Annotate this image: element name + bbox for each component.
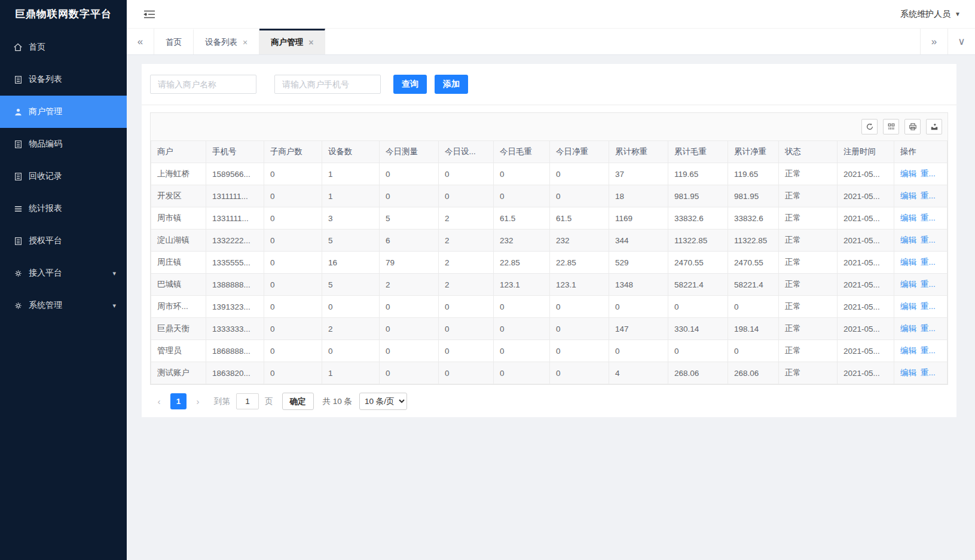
current-page-button[interactable]: 1	[170, 393, 187, 409]
table-cell: 232	[494, 229, 550, 252]
sidebar-item-statistics-report[interactable]: 统计报表	[0, 192, 127, 225]
table-cell: 0	[494, 185, 550, 207]
tab-home[interactable]: 首页	[154, 29, 194, 54]
table-cell: 0	[264, 163, 322, 185]
sidebar-item-authorization-platform[interactable]: 授权平台	[0, 225, 127, 257]
sidebar-item-access-platform[interactable]: 接入平台 ▾	[0, 257, 127, 289]
table-cell: 0	[439, 318, 494, 340]
table-cell: 0	[728, 296, 779, 318]
action-link[interactable]: 编辑	[900, 280, 916, 289]
action-link[interactable]: 编辑	[900, 346, 916, 355]
print-icon[interactable]	[904, 119, 921, 134]
chevron-down-icon: ▼	[955, 11, 961, 17]
action-link[interactable]: 编辑	[900, 235, 916, 244]
action-link[interactable]: 重...	[921, 191, 936, 200]
table-cell: 0	[550, 318, 609, 340]
table-cell: 2	[439, 274, 494, 296]
tab-device-list[interactable]: 设备列表 ×	[194, 29, 259, 54]
sidebar-item-home[interactable]: 首页	[0, 31, 127, 63]
action-link[interactable]: 重...	[921, 258, 936, 267]
table-cell: 1335555...	[206, 252, 264, 274]
table-cell: 0	[380, 163, 439, 185]
merchant-table: 商户手机号子商户数设备数今日测量今日设...今日毛重今日净重累计称重累计毛重累计…	[151, 140, 948, 384]
columns-settings-icon[interactable]	[883, 119, 899, 134]
action-link[interactable]: 编辑	[900, 169, 916, 178]
table-cell: 3	[322, 207, 380, 229]
table-cell: 0	[264, 229, 322, 252]
user-menu[interactable]: 系统维护人员 ▼	[900, 9, 961, 20]
collapse-sidebar-icon[interactable]	[143, 10, 155, 19]
confirm-page-button[interactable]: 确定	[282, 393, 314, 410]
tabs-scroll-right-icon[interactable]: »	[920, 29, 948, 54]
merchant-name-input[interactable]	[150, 75, 256, 94]
table-cell: 2470.55	[728, 252, 779, 274]
action-link[interactable]: 编辑	[900, 191, 916, 200]
sidebar-item-merchant-management[interactable]: 商户管理	[0, 96, 127, 128]
table-cell: 0	[494, 163, 550, 185]
table-cell: 0	[609, 340, 668, 362]
table-cell: 0	[264, 274, 322, 296]
table-cell: 正常	[779, 207, 838, 229]
table-cell: 22.85	[550, 252, 609, 274]
table-cell: 0	[550, 340, 609, 362]
table-cell: 1388888...	[206, 274, 264, 296]
close-icon[interactable]: ×	[308, 38, 313, 47]
table-cell: 0	[668, 340, 728, 362]
action-link[interactable]: 编辑	[900, 258, 916, 267]
tab-merchant-management[interactable]: 商户管理 ×	[259, 29, 325, 54]
page-size-select[interactable]: 10 条/页	[359, 393, 407, 410]
action-link[interactable]: 重...	[921, 235, 936, 244]
home-icon	[13, 42, 23, 52]
column-header: 手机号	[206, 141, 264, 163]
sidebar-item-recycle-records[interactable]: 回收记录	[0, 160, 127, 192]
action-link[interactable]: 重...	[921, 302, 936, 311]
table-cell: 周市镇	[151, 207, 206, 229]
table-cell: 123.1	[550, 274, 609, 296]
table-cell: 268.06	[668, 362, 728, 384]
table-cell: 37	[609, 163, 668, 185]
clipboard-icon	[13, 75, 23, 84]
sidebar-menu: 首页 设备列表 商户管理 物品编码	[0, 31, 127, 322]
refresh-icon[interactable]	[861, 119, 878, 134]
next-page-icon[interactable]: ›	[191, 396, 204, 406]
add-button[interactable]: 添加	[435, 75, 468, 94]
export-icon[interactable]	[926, 119, 942, 134]
goto-page-input[interactable]	[236, 393, 259, 409]
action-link[interactable]: 编辑	[900, 324, 916, 333]
action-link[interactable]: 重...	[921, 324, 936, 333]
prev-page-icon[interactable]: ‹	[152, 396, 166, 406]
main-area: 系统维护人员 ▼ « 首页 设备列表 × 商户管理 × » ∨	[127, 0, 975, 560]
sidebar-item-system-management[interactable]: 系统管理 ▾	[0, 289, 127, 322]
merchant-phone-input[interactable]	[274, 75, 381, 94]
tabs-menu-icon[interactable]: ∨	[948, 29, 975, 54]
table-cell: 0	[380, 318, 439, 340]
action-link[interactable]: 重...	[921, 169, 936, 178]
table-cell: 2	[380, 274, 439, 296]
table-cell: 344	[609, 229, 668, 252]
table-cell: 1332222...	[206, 229, 264, 252]
query-button[interactable]: 查询	[393, 75, 427, 94]
table-cell: 11322.85	[728, 229, 779, 252]
action-link[interactable]: 重...	[921, 346, 936, 355]
action-link[interactable]: 编辑	[900, 368, 916, 377]
action-link[interactable]: 重...	[921, 280, 936, 289]
action-link[interactable]: 重...	[921, 368, 936, 377]
action-link[interactable]: 编辑	[900, 302, 916, 311]
table-cell: 0	[264, 362, 322, 384]
tabs-scroll-left-icon[interactable]: «	[127, 29, 154, 54]
table-cell: 0	[494, 318, 550, 340]
sidebar-item-device-list[interactable]: 设备列表	[0, 63, 127, 96]
column-header: 累计毛重	[668, 141, 728, 163]
table-cell: 1	[322, 163, 380, 185]
close-icon[interactable]: ×	[243, 38, 247, 47]
sidebar-item-label: 接入平台	[29, 268, 62, 279]
table-row: 开发区1311111...01000018981.95981.95正常2021-…	[151, 185, 948, 207]
table-cell: 0	[264, 185, 322, 207]
table-cell: 0	[380, 340, 439, 362]
tab-label: 设备列表	[205, 37, 237, 48]
action-link[interactable]: 重...	[921, 213, 936, 222]
action-link[interactable]: 编辑	[900, 213, 916, 222]
table-cell: 0	[264, 340, 322, 362]
actions-cell: 编辑重...	[894, 296, 948, 318]
sidebar-item-item-code[interactable]: 物品编码	[0, 128, 127, 160]
